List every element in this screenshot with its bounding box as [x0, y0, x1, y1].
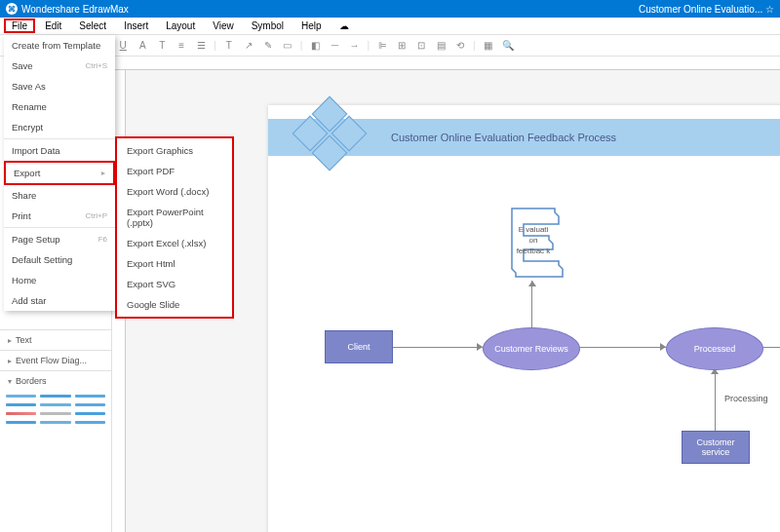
border-style[interactable]	[75, 403, 105, 406]
search-icon[interactable]: 🔍	[501, 39, 515, 53]
export-menu-item[interactable]: Export SVG	[117, 274, 232, 294]
fill-icon[interactable]: ◧	[308, 39, 322, 53]
border-style[interactable]	[40, 421, 70, 424]
pen-icon[interactable]: ✎	[261, 39, 275, 53]
file-menu-item[interactable]: Home	[4, 270, 115, 290]
connector	[580, 347, 666, 348]
banner: Customer Online Evaluation Feedback Proc…	[268, 119, 780, 156]
e-shape-label: E valuati on feedbac k	[516, 224, 551, 256]
shape-tool-icon[interactable]: ▭	[281, 39, 294, 53]
export-menu-item[interactable]: Export Graphics	[117, 140, 232, 161]
banner-diamond-icon	[297, 101, 362, 166]
canvas-page[interactable]: Customer Online Evaluation Feedback Proc…	[268, 105, 780, 532]
export-menu-item[interactable]: Google Slide	[117, 294, 232, 315]
menu-edit[interactable]: Edit	[37, 19, 69, 33]
align-icon[interactable]: ≡	[175, 39, 188, 53]
connector	[393, 347, 483, 348]
file-menu-item[interactable]: Page SetupF6	[4, 229, 115, 249]
chevron-down-icon: ▾	[8, 377, 12, 386]
chevron-right-icon: ▸	[8, 336, 12, 345]
connector	[763, 347, 780, 348]
border-style[interactable]	[6, 403, 36, 406]
export-menu-item[interactable]: Export PDF	[117, 161, 232, 181]
file-menu-item[interactable]: Default Setting	[4, 249, 115, 270]
doc-title: Customer Online Evaluatio... ☆	[639, 4, 774, 15]
image-icon[interactable]: ▦	[482, 39, 495, 53]
file-menu-item[interactable]: Rename	[4, 96, 115, 117]
font-color-icon[interactable]: T	[155, 39, 169, 53]
line-style-icon[interactable]: ─	[328, 39, 341, 53]
border-style[interactable]	[6, 421, 36, 424]
align-left-icon[interactable]: ⊫	[375, 39, 389, 53]
toolbar: ↶ ↷ | 10 | B I U A T ≡ ☰ | T ↗ ✎ ▭ | ◧ ─…	[0, 35, 780, 57]
group-icon[interactable]: ⊡	[414, 39, 428, 53]
arrow-head-icon	[528, 281, 536, 286]
border-style[interactable]	[6, 395, 36, 398]
node-client[interactable]: Client	[325, 330, 393, 363]
text-tool-icon[interactable]: T	[222, 39, 236, 53]
distribute-icon[interactable]: ⊞	[395, 39, 409, 53]
menu-help[interactable]: Help	[293, 19, 330, 33]
border-style[interactable]	[75, 395, 105, 398]
export-menu-item[interactable]: Export PowerPoint (.pptx)	[117, 202, 232, 233]
app-name: Wondershare EdrawMax	[21, 4, 129, 15]
export-submenu: Export GraphicsExport PDFExport Word (.d…	[115, 136, 234, 319]
layer-icon[interactable]: ▤	[434, 39, 448, 53]
menu-cloud-icon[interactable]: ☁	[332, 19, 357, 33]
file-menu-dropdown: Create from TemplateSaveCtrl+SSave AsRen…	[4, 35, 115, 311]
menu-select[interactable]: Select	[71, 19, 114, 33]
menu-view[interactable]: View	[205, 19, 242, 33]
export-menu-item[interactable]: Export Html	[117, 253, 232, 274]
file-menu-item[interactable]: Create from Template	[4, 35, 115, 56]
border-style[interactable]	[40, 403, 70, 406]
node-reviews[interactable]: Customer Reviews	[483, 327, 580, 370]
sidebar-text-section[interactable]: ▸ Text	[0, 329, 111, 350]
e-shape[interactable]: E valuati on feedbac k	[502, 205, 565, 281]
file-menu-item[interactable]: PrintCtrl+P	[4, 206, 115, 226]
borders-palette	[0, 391, 111, 428]
export-menu-item[interactable]: Export Word (.docx)	[117, 181, 232, 202]
border-style[interactable]	[40, 395, 70, 398]
file-menu-item[interactable]: Save As	[4, 76, 115, 96]
ruler-horizontal	[112, 57, 780, 70]
file-menu-item[interactable]: SaveCtrl+S	[4, 56, 115, 76]
connector-icon[interactable]: ↗	[242, 39, 255, 53]
rotate-icon[interactable]: ⟲	[453, 39, 467, 53]
chevron-right-icon: ▸	[8, 357, 12, 365]
file-menu-item[interactable]: Encrypt	[4, 117, 115, 137]
border-style[interactable]	[6, 412, 36, 415]
arrow-style-icon[interactable]: →	[347, 39, 361, 53]
banner-title: Customer Online Evaluation Feedback Proc…	[391, 132, 616, 143]
sidebar-borders-section[interactable]: ▾ Borders	[0, 370, 111, 391]
connector	[715, 368, 716, 431]
underline-icon[interactable]: U	[116, 39, 130, 53]
node-processed[interactable]: Processed	[666, 327, 763, 370]
menu-insert[interactable]: Insert	[116, 19, 156, 33]
file-menu-item[interactable]: Share	[4, 185, 115, 206]
export-menu-item[interactable]: Export Excel (.xlsx)	[117, 233, 232, 253]
sidebar-eventflow-section[interactable]: ▸ Event Flow Diag...	[0, 350, 111, 370]
font-a-icon[interactable]: A	[136, 39, 149, 53]
list-icon[interactable]: ☰	[194, 39, 208, 53]
file-menu-item[interactable]: Export▸	[4, 161, 115, 185]
menu-symbol[interactable]: Symbol	[244, 19, 292, 33]
file-menu-item[interactable]: Import Data	[4, 140, 115, 161]
title-bar: ⌘ Wondershare EdrawMax Customer Online E…	[0, 0, 780, 18]
border-style[interactable]	[40, 412, 70, 415]
menu-layout[interactable]: Layout	[158, 19, 203, 33]
connector-label: Processing	[724, 394, 768, 403]
shape-triangle[interactable]	[4, 312, 25, 325]
file-menu-item[interactable]: Add star	[4, 290, 115, 311]
connector	[531, 281, 532, 327]
border-style[interactable]	[75, 412, 105, 415]
menu-file[interactable]: File	[4, 19, 35, 33]
node-customer-service[interactable]: Customer service	[682, 431, 750, 464]
menu-bar: File Edit Select Insert Layout View Symb…	[0, 18, 780, 35]
app-logo-icon: ⌘	[6, 3, 18, 15]
border-style[interactable]	[75, 421, 105, 424]
